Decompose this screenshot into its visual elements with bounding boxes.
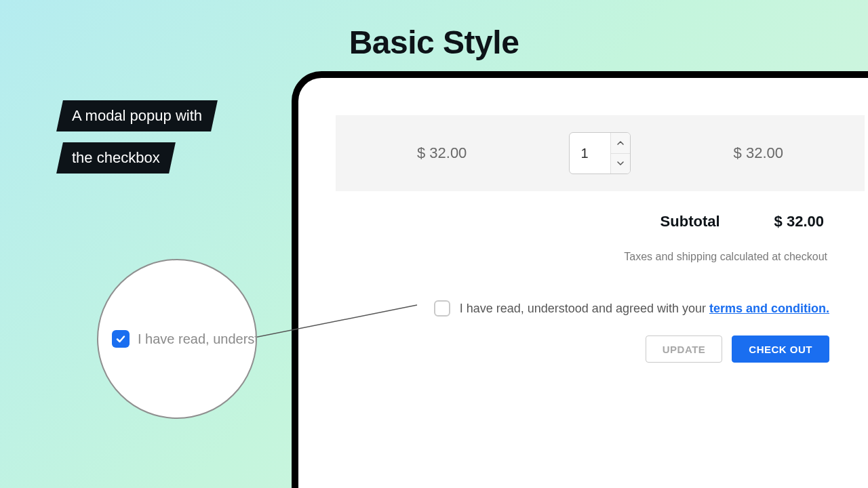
check-icon <box>115 333 126 344</box>
subtotal-label: Subtotal <box>660 213 720 230</box>
terms-checkbox[interactable] <box>434 300 450 317</box>
chevron-down-icon <box>617 161 624 165</box>
page-title: Basic Style <box>0 24 868 61</box>
zoom-callout: I have read, underst <box>97 259 257 419</box>
unit-price: $ 32.00 <box>363 144 521 162</box>
annotation-tag-2: the checkbox <box>56 142 175 174</box>
quantity-cell <box>521 132 679 174</box>
chevron-up-icon <box>617 141 624 145</box>
checkout-button[interactable]: Check Out <box>732 336 829 363</box>
terms-row: I have read, understood and agreed with … <box>336 300 865 317</box>
subtotal-row: Subtotal $ 32.00 <box>336 213 865 230</box>
cart-line-item: $ 32.00 $ 32.00 <box>336 115 865 191</box>
terms-text: I have read, understood and agreed with … <box>460 302 829 316</box>
action-buttons: Update Check Out <box>336 336 865 363</box>
cart-panel: $ 32.00 $ 32.00 Subtotal <box>298 78 868 363</box>
qty-down-button[interactable] <box>611 154 630 174</box>
tax-shipping-note: Taxes and shipping calculated at checkou… <box>336 251 865 263</box>
subtotal-value: $ 32.00 <box>774 213 824 230</box>
quantity-stepper[interactable] <box>569 132 631 174</box>
qty-up-button[interactable] <box>611 133 630 154</box>
modal-frame: $ 32.00 $ 32.00 Subtotal <box>292 71 868 488</box>
zoom-checkbox-checked <box>112 330 130 348</box>
quantity-input[interactable] <box>570 133 610 174</box>
update-button[interactable]: Update <box>646 336 723 363</box>
annotation-tag-1: A modal popup with <box>56 100 218 131</box>
zoom-text: I have read, underst <box>138 331 257 347</box>
terms-link[interactable]: terms and condition. <box>709 302 829 315</box>
line-total: $ 32.00 <box>679 144 837 162</box>
